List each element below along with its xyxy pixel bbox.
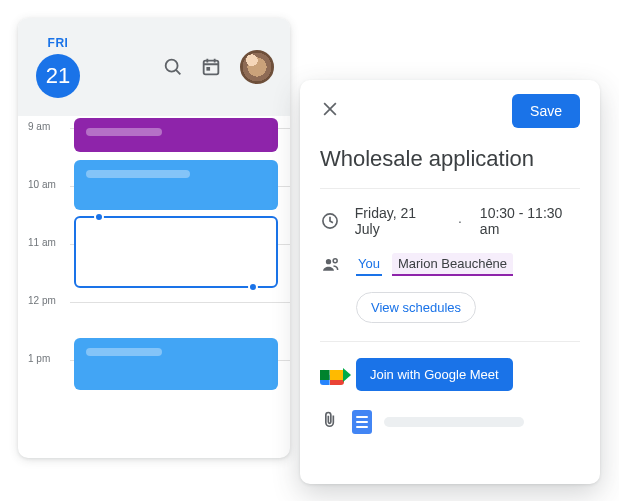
avatar[interactable]	[238, 48, 276, 86]
attachment-icon	[320, 409, 340, 435]
hour-label: 10 am	[28, 179, 56, 190]
date-number-badge[interactable]: 21	[36, 54, 80, 98]
detail-topbar: Save	[320, 94, 580, 128]
event-title-placeholder	[86, 128, 162, 136]
calendar-header: FRI 21	[18, 18, 290, 116]
svg-rect-6	[206, 67, 210, 71]
guests-row[interactable]: You Marion Beauchêne	[320, 253, 580, 276]
drag-handle-start[interactable]	[94, 212, 104, 222]
view-schedules-button[interactable]: View schedules	[356, 292, 476, 323]
attachment-name-placeholder	[384, 417, 524, 427]
event-time: 10:30 - 11:30 am	[480, 205, 580, 237]
clock-icon	[320, 211, 341, 231]
people-icon	[320, 255, 342, 275]
hour-label: 11 am	[28, 237, 56, 248]
chip-guest[interactable]: Marion Beauchêne	[392, 253, 513, 276]
calendar-day-card: FRI 21 9 am 10 am 11 am	[18, 18, 290, 458]
docs-icon[interactable]	[352, 410, 372, 434]
event-title-placeholder	[86, 170, 190, 178]
event-date: Friday, 21 July	[355, 205, 440, 237]
svg-line-1	[176, 70, 180, 74]
calendar-event-purple[interactable]	[74, 118, 278, 152]
event-detail-card: Save Wholesale application Friday, 21 Ju…	[300, 80, 600, 484]
drag-handle-end[interactable]	[248, 282, 258, 292]
hour-label: 1 pm	[28, 353, 50, 364]
datetime-row[interactable]: Friday, 21 July · 10:30 - 11:30 am	[320, 205, 580, 237]
close-icon[interactable]	[320, 99, 340, 123]
calendar-today-icon[interactable]	[200, 56, 222, 78]
svg-rect-2	[204, 61, 219, 75]
google-meet-row: Join with Google Meet	[320, 358, 580, 391]
day-grid[interactable]: 9 am 10 am 11 am 12 pm 1 pm	[18, 116, 290, 458]
date-column: FRI 21	[36, 36, 80, 98]
day-of-week-label: FRI	[48, 36, 69, 50]
event-title-placeholder	[86, 348, 162, 356]
separator-dot: ·	[454, 213, 466, 229]
search-icon[interactable]	[162, 56, 184, 78]
svg-point-0	[166, 60, 178, 72]
svg-point-11	[333, 258, 337, 262]
hour-line	[70, 302, 290, 303]
attachment-row[interactable]	[320, 409, 580, 435]
new-event-selection[interactable]	[74, 216, 278, 288]
divider	[320, 188, 580, 189]
svg-point-10	[326, 259, 331, 264]
event-title[interactable]: Wholesale application	[320, 146, 580, 172]
hour-label: 12 pm	[28, 295, 56, 306]
calendar-event-blue[interactable]	[74, 160, 278, 210]
header-actions	[162, 48, 276, 86]
google-meet-icon	[320, 365, 344, 385]
join-meet-button[interactable]: Join with Google Meet	[356, 358, 513, 391]
guest-chips: You Marion Beauchêne	[356, 253, 513, 276]
save-button[interactable]: Save	[512, 94, 580, 128]
divider	[320, 341, 580, 342]
calendar-event-blue[interactable]	[74, 338, 278, 390]
hour-label: 9 am	[28, 121, 50, 132]
date-number: 21	[46, 63, 70, 89]
chip-you[interactable]: You	[356, 253, 382, 276]
